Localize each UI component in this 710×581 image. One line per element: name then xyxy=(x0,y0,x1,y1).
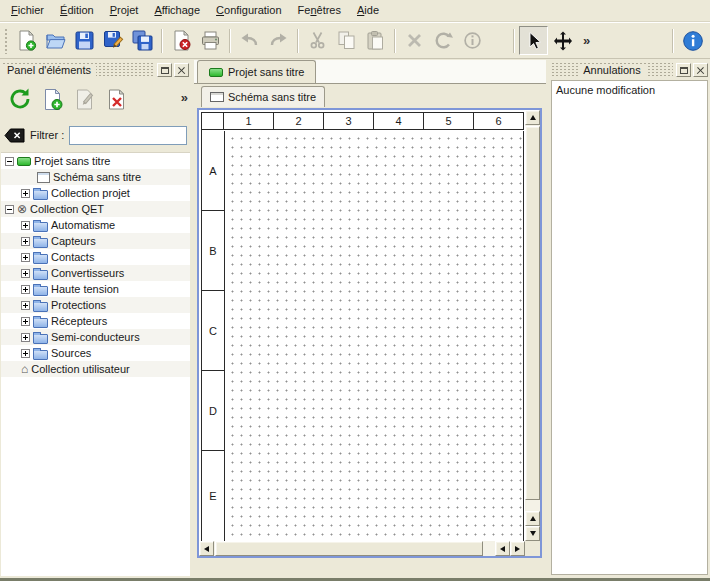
copy-button[interactable] xyxy=(332,26,361,55)
tab-schema[interactable]: Schéma sans titre xyxy=(201,86,325,107)
arrow-left-icon xyxy=(497,546,505,552)
collapse-expander-icon[interactable] xyxy=(5,157,14,166)
scroll-down-button[interactable] xyxy=(525,526,540,541)
menu-aide[interactable]: Aide xyxy=(349,0,387,21)
save-all-icon xyxy=(132,30,153,51)
filter-input[interactable] xyxy=(69,126,187,145)
folder-icon xyxy=(33,222,48,232)
tree-item-collection-qet[interactable]: ⊗ Collection QET xyxy=(1,201,190,217)
scroll-left-button-2[interactable] xyxy=(495,541,510,556)
scroll-up-button[interactable] xyxy=(525,110,540,125)
tree-item-label: Récepteurs xyxy=(51,315,107,327)
rotate-button[interactable] xyxy=(429,26,458,55)
menu-edition[interactable]: Édition xyxy=(52,0,102,21)
open-project-button[interactable] xyxy=(41,26,70,55)
toolbar-separator xyxy=(672,29,674,53)
tree-item-collection-utilisateur[interactable]: ⌂ Collection utilisateur xyxy=(1,361,190,377)
menu-fichier[interactable]: Fichier xyxy=(3,0,52,21)
row-header-cell: A xyxy=(202,131,224,211)
tree-item-project[interactable]: Projet sans titre xyxy=(1,153,190,169)
row-header-cell: D xyxy=(202,371,224,451)
cut-button[interactable] xyxy=(303,26,332,55)
scroll-right-button[interactable] xyxy=(510,541,525,556)
print-button[interactable] xyxy=(196,26,225,55)
undo-panel-titlebar[interactable]: Annulations xyxy=(551,62,708,78)
menu-configuration[interactable]: Configuration xyxy=(208,0,289,21)
tree-item-automatisme[interactable]: Automatisme xyxy=(1,217,190,233)
save-all-button[interactable] xyxy=(128,26,157,55)
menubar: Fichier Édition Projet Affichage Configu… xyxy=(0,0,710,22)
float-panel-button[interactable] xyxy=(157,63,172,77)
tree-item-sources[interactable]: Sources xyxy=(1,345,190,361)
vertical-scrollbar-thumb[interactable] xyxy=(525,126,540,500)
tree-item-collection-projet[interactable]: Collection projet xyxy=(1,185,190,201)
arrow-left-icon xyxy=(201,546,209,552)
arrow-up-icon xyxy=(530,112,536,120)
elements-panel-titlebar[interactable]: Panel d'éléments xyxy=(2,62,189,78)
menu-projet[interactable]: Projet xyxy=(102,0,147,21)
menu-fenetres[interactable]: Fenêtres xyxy=(290,0,349,21)
delete-element-button[interactable] xyxy=(100,83,132,115)
toolbar-grip[interactable] xyxy=(4,28,9,54)
scroll-up-button-2[interactable] xyxy=(525,511,540,526)
tree-item-semi-conducteurs[interactable]: Semi-conducteurs xyxy=(1,329,190,345)
toolbar-overflow-chevron[interactable]: » xyxy=(577,33,596,48)
tree-item-capteurs[interactable]: Capteurs xyxy=(1,233,190,249)
properties-button[interactable] xyxy=(458,26,487,55)
tree-item-haute-tension[interactable]: Haute tension xyxy=(1,281,190,297)
grid-dots-area[interactable] xyxy=(225,131,524,541)
expand-expander-icon[interactable] xyxy=(21,253,30,262)
close-panel-button[interactable] xyxy=(693,63,708,77)
scroll-left-button[interactable] xyxy=(199,541,214,556)
visualization-mode-button[interactable] xyxy=(548,26,577,55)
tree-item-contacts[interactable]: Contacts xyxy=(1,249,190,265)
project-icon xyxy=(17,157,31,166)
save-button[interactable] xyxy=(70,26,99,55)
float-panel-button[interactable] xyxy=(676,63,691,77)
expand-expander-icon[interactable] xyxy=(21,349,30,358)
expand-expander-icon[interactable] xyxy=(21,301,30,310)
tree-item-label: Collection QET xyxy=(30,203,104,215)
tree-item-protections[interactable]: Protections xyxy=(1,297,190,313)
tree-item-convertisseurs[interactable]: Convertisseurs xyxy=(1,265,190,281)
collapse-expander-icon[interactable] xyxy=(5,205,14,214)
expand-expander-icon[interactable] xyxy=(21,221,30,230)
reload-collections-button[interactable] xyxy=(4,83,36,115)
edit-element-button[interactable] xyxy=(68,83,100,115)
expand-expander-icon[interactable] xyxy=(21,333,30,342)
redo-button[interactable] xyxy=(264,26,293,55)
clear-filter-button[interactable] xyxy=(4,128,25,143)
panel-overflow-chevron[interactable]: » xyxy=(181,90,188,105)
expand-expander-icon[interactable] xyxy=(21,285,30,294)
delete-button[interactable] xyxy=(400,26,429,55)
horizontal-scrollbar-thumb[interactable] xyxy=(215,541,483,556)
info-button[interactable] xyxy=(678,26,707,55)
expand-expander-icon[interactable] xyxy=(21,237,30,246)
collections-tree[interactable]: Projet sans titre Schéma sans titre Coll… xyxy=(1,152,190,576)
close-panel-button[interactable] xyxy=(174,63,189,77)
tab-schema-label: Schéma sans titre xyxy=(228,91,316,103)
undo-button[interactable] xyxy=(235,26,264,55)
column-header: 1 2 3 4 5 6 xyxy=(202,112,524,130)
expand-expander-icon[interactable] xyxy=(21,189,30,198)
row-header-cell: B xyxy=(202,211,224,291)
expand-expander-icon[interactable] xyxy=(21,317,30,326)
float-icon xyxy=(161,67,169,74)
tree-item-recepteurs[interactable]: Récepteurs xyxy=(1,313,190,329)
horizontal-scrollbar[interactable] xyxy=(199,541,525,556)
selection-mode-button[interactable] xyxy=(519,26,548,55)
clear-filter-icon xyxy=(4,128,25,143)
close-file-button[interactable] xyxy=(167,26,196,55)
expand-expander-icon[interactable] xyxy=(21,269,30,278)
schema-canvas[interactable]: 1 2 3 4 5 6 A B C D E xyxy=(199,110,525,541)
menu-affichage[interactable]: Affichage xyxy=(146,0,208,21)
tab-project[interactable]: Projet sans titre xyxy=(197,60,316,83)
paste-button[interactable] xyxy=(361,26,390,55)
vertical-scrollbar[interactable] xyxy=(525,110,540,541)
new-document-button[interactable] xyxy=(12,26,41,55)
save-as-button[interactable] xyxy=(99,26,128,55)
new-element-button[interactable] xyxy=(36,83,68,115)
undo-list[interactable]: Aucune modification xyxy=(551,80,708,575)
tree-item-schema[interactable]: Schéma sans titre xyxy=(1,169,190,185)
filter-row: Filtrer : xyxy=(0,122,191,148)
